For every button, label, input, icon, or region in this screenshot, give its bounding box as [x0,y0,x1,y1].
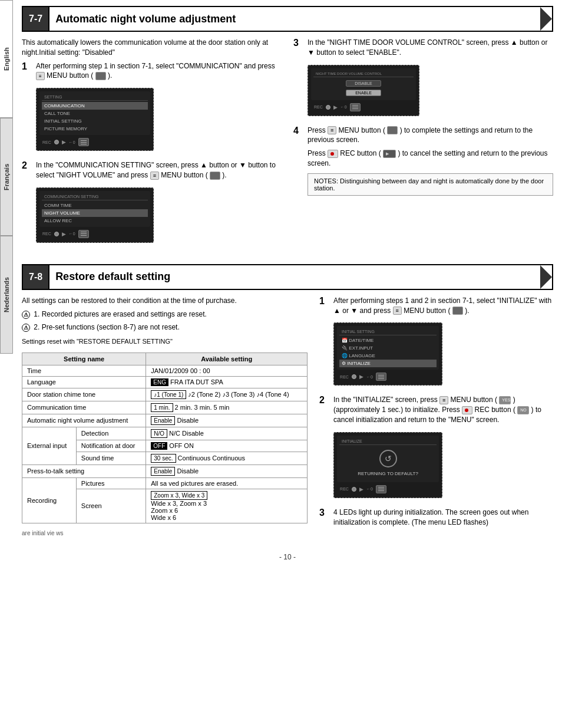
rec-btn-4 [328,150,338,158]
screen-sub: Screen [76,489,146,523]
step4-num: 4 [293,126,303,200]
row-language: Language ENG FRA ITA DUT SPA [22,376,308,388]
no-btn: NO [517,406,529,414]
device-step3: NIGHT TIME DOOR VOLUME CONTROL DISABLE E… [308,65,419,116]
tab-nederlands[interactable]: Nederlands [0,236,13,354]
line2c [352,107,358,107]
pictures-value: All sa ved pictures are erased. [146,477,308,489]
1min-box: 1 min. [151,403,173,412]
tone1-box: ♪1 (Tone 1) [151,390,186,399]
recording-name: Recording [22,477,77,523]
section-78-step1: 1 After performing steps 1 and 2 in sect… [319,296,553,390]
line1b [81,232,87,232]
line3b [81,235,87,236]
minus-label-s78-1: ←0 [366,375,373,379]
s78-step3-content: 4 LEDs light up during initialization. T… [333,508,553,531]
section-77-step4: 4 Press ≡ MENU button ( ) to complete th… [293,126,553,200]
menu-btn-label: ≡ [39,73,42,80]
enable-btn[interactable]: ENABLE [346,90,381,96]
line3e [378,490,384,491]
section-78-title: Restore default setting [48,265,540,289]
s78-step1-num: 1 [319,296,329,390]
section-78-number: 7-8 [23,265,48,289]
language-item: 🌐 LANGUAGE [339,352,437,360]
no-box: N/O [151,429,167,438]
menu-icon-s78-1 [376,373,386,381]
line3 [81,144,87,144]
menu-btn-s78-2: ≡ [439,396,448,404]
rec-dot-inline [330,152,334,156]
step2-content: In the "COMMUNICATION SETTING" screen, p… [36,160,282,246]
menu-img-2 [210,172,220,180]
step4-text2: Press REC button ( ▶ ) to cancel the set… [308,149,553,169]
section-78-warning1: ⚠ 1. Recorded pictures are erased and se… [22,309,308,319]
rec-dot-s78-2 [352,487,356,492]
screen-s78-step1: INITIAL SETTING 📅 DATE/TIME 🔌 EXT.INPUT … [337,326,439,370]
screen-step1-title: SETTING [42,94,148,101]
device-step2: COMMUNICATION SETTING COMM TIME NIGHT VO… [36,187,154,243]
arrow-right-3: ▶ [333,104,338,110]
settings-table: Setting name Available setting Time JAN/… [22,353,308,523]
notification-value: OFF OFF ON [146,440,308,452]
rec-label-3: REC [314,105,323,109]
section-78-intro: All settings can be restored to their co… [22,296,308,306]
time-name: Time [22,365,146,376]
table-footer-note: are initial vie ws [22,529,308,538]
rec-btn-s78 [462,406,472,414]
arrow-right-s78-2: ▶ [359,486,363,492]
col-available-setting: Available setting [146,353,308,365]
warning-icon-1: ⚠ [22,311,30,319]
initialize-item: ⚙ INITIALIZE [339,360,437,367]
enable-box: Enable [151,416,175,425]
step3-text: In the "NIGHT TIME DOOR VOLUME CONTROL" … [308,38,553,58]
warning-icon-2: ⚠ [22,324,30,332]
menu-icon-s78-2 [376,485,386,493]
menu-img-s78 [452,307,463,315]
step1-text: After performing step 1 in section 7-1, … [36,61,282,81]
init-icon: ↺ [379,450,397,467]
rec-label-s78-2: REC [340,487,349,491]
main-content: 7-7 Automatic night volume adjustment Th… [13,0,562,567]
screen-s78-step2: INITIALIZE ↺ RETURNING TO DEFAULT? [337,436,439,482]
line3d [378,378,384,379]
line2d [378,377,384,377]
row-comm-time: Communication time 1 min. 2 min. 3 min. … [22,401,308,414]
rec-label-s78-1: REC [340,375,349,379]
section-78-right: 1 After performing steps 1 and 2 in sect… [319,296,553,541]
menu-lines-s78-1 [378,375,384,379]
minus-label-s78-2: ←0 [366,487,373,491]
step2-num: 2 [22,160,31,246]
row-press-talk: Press-to-talk setting Enable Disable [22,465,308,477]
yes-btn: YES [499,396,511,404]
s78-step1-text: After performing steps 1 and 2 in sectio… [333,296,553,316]
menu-initial-setting: INITIAL SETTING [42,117,148,125]
tab-english[interactable]: English [0,0,13,118]
row-chime: Door station chime tone ♪1 (Tone 1) ♪2 (… [22,388,308,401]
sound-time-value: 30 sec. Continuous Continuous [146,452,308,465]
device-controls-s78-step1: REC ▶ ←0 [337,371,439,382]
time-value: JAN/01/2009 00 : 00 [146,365,308,376]
comm-time-name: Communication time [22,401,146,414]
rec-label-2: REC [42,232,51,236]
arrow-right-2: ▶ [62,231,66,237]
arrow-right-s78-1: ▶ [359,374,363,380]
section-77-intro: This automatically lowers the communicat… [22,38,282,58]
ext-input-name: External input [22,427,77,465]
minus-label-2: ←0 [69,232,75,236]
row-night-vol: Automatic night volume adjustment Enable… [22,414,308,427]
row-ext-detection: External input Detection N/O N/C Disable [22,427,308,440]
screen-value: Zoom x 3, Wide x 3 Wide x 3, Zoom x 3 Zo… [146,489,308,523]
eng-highlight: ENG [151,378,168,386]
initialize-content: ↺ RETURNING TO DEFAULT? [339,446,437,480]
disable-btn[interactable]: DISABLE [346,80,381,87]
menu-picture-memory: PICTURE MEMORY [42,125,148,133]
menu-btn-s78: ≡ [393,307,402,315]
ext-input-item: 🔌 EXT.INPUT [339,344,437,352]
table-heading: Settings reset with "RESTORE DEFAULT SET… [22,337,308,346]
s78-step1-content: After performing steps 1 and 2 in sectio… [333,296,553,390]
menu-btn-2: ≡ [150,172,159,180]
rec-dot-2 [54,232,59,236]
line1d [378,375,384,375]
tab-francais[interactable]: Français [0,118,13,236]
press-talk-name: Press-to-talk setting [22,465,146,477]
